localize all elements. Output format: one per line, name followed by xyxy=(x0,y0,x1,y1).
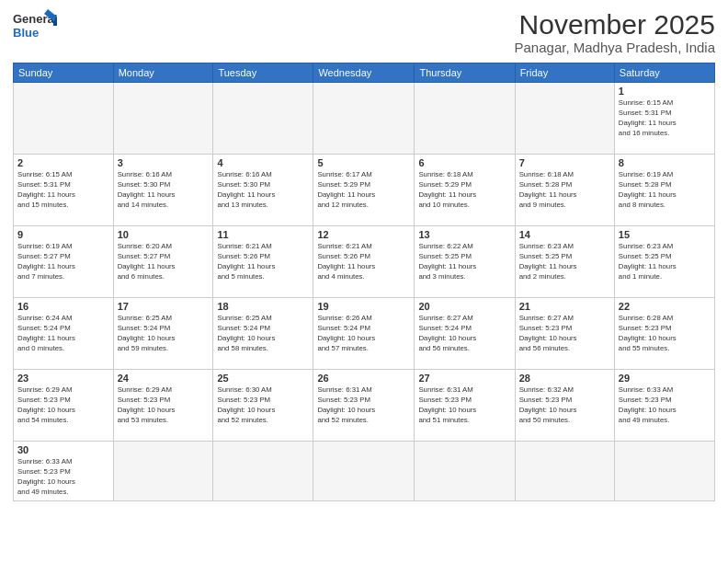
calendar-cell xyxy=(313,83,415,155)
calendar-cell: 14Sunrise: 6:23 AM Sunset: 5:25 PM Dayli… xyxy=(515,226,614,298)
day-number: 17 xyxy=(118,301,210,312)
day-info: Sunrise: 6:17 AM Sunset: 5:29 PM Dayligh… xyxy=(317,170,410,211)
weekday-header-tuesday: Tuesday xyxy=(213,63,313,83)
day-number: 10 xyxy=(118,229,210,240)
day-number: 15 xyxy=(619,229,711,240)
weekday-header-row: SundayMondayTuesdayWednesdayThursdayFrid… xyxy=(14,63,715,83)
calendar-subtitle: Panagar, Madhya Pradesh, India xyxy=(515,40,715,55)
day-number: 13 xyxy=(418,229,510,240)
calendar-cell: 6Sunrise: 6:18 AM Sunset: 5:29 PM Daylig… xyxy=(415,155,515,226)
day-number: 26 xyxy=(317,373,410,384)
day-info: Sunrise: 6:24 AM Sunset: 5:24 PM Dayligh… xyxy=(17,314,109,354)
calendar-cell: 25Sunrise: 6:30 AM Sunset: 5:23 PM Dayli… xyxy=(213,370,313,442)
day-number: 28 xyxy=(519,373,610,384)
week-row-1: 2Sunrise: 6:15 AM Sunset: 5:31 PM Daylig… xyxy=(14,155,715,226)
calendar-cell xyxy=(415,83,515,155)
calendar-cell xyxy=(213,442,313,501)
day-info: Sunrise: 6:28 AM Sunset: 5:23 PM Dayligh… xyxy=(619,314,711,354)
day-info: Sunrise: 6:32 AM Sunset: 5:23 PM Dayligh… xyxy=(519,385,610,426)
calendar-cell: 21Sunrise: 6:27 AM Sunset: 5:23 PM Dayli… xyxy=(515,298,614,370)
calendar-title: November 2025 xyxy=(515,9,715,40)
day-number: 1 xyxy=(619,86,711,97)
calendar-cell: 17Sunrise: 6:25 AM Sunset: 5:24 PM Dayli… xyxy=(113,298,213,370)
day-number: 11 xyxy=(217,229,309,240)
day-number: 23 xyxy=(17,373,109,384)
week-row-3: 16Sunrise: 6:24 AM Sunset: 5:24 PM Dayli… xyxy=(14,298,715,370)
day-number: 6 xyxy=(418,157,510,168)
calendar-cell xyxy=(614,442,714,501)
day-number: 29 xyxy=(619,373,711,384)
day-info: Sunrise: 6:31 AM Sunset: 5:23 PM Dayligh… xyxy=(317,385,410,426)
day-info: Sunrise: 6:33 AM Sunset: 5:23 PM Dayligh… xyxy=(17,457,109,498)
day-info: Sunrise: 6:21 AM Sunset: 5:26 PM Dayligh… xyxy=(217,242,309,282)
day-number: 24 xyxy=(118,373,210,384)
day-number: 18 xyxy=(217,301,309,312)
calendar-page: General Blue November 2025 Panagar, Madh… xyxy=(0,0,728,563)
day-info: Sunrise: 6:16 AM Sunset: 5:30 PM Dayligh… xyxy=(118,170,210,211)
weekday-header-sunday: Sunday xyxy=(14,63,114,83)
calendar-cell xyxy=(515,442,614,501)
title-block: November 2025 Panagar, Madhya Pradesh, I… xyxy=(515,9,715,55)
calendar-cell: 7Sunrise: 6:18 AM Sunset: 5:28 PM Daylig… xyxy=(515,155,614,226)
calendar-cell: 5Sunrise: 6:17 AM Sunset: 5:29 PM Daylig… xyxy=(313,155,415,226)
day-number: 21 xyxy=(519,301,610,312)
day-number: 14 xyxy=(519,229,610,240)
calendar-cell: 26Sunrise: 6:31 AM Sunset: 5:23 PM Dayli… xyxy=(313,370,415,442)
day-number: 12 xyxy=(317,229,410,240)
header: General Blue November 2025 Panagar, Madh… xyxy=(13,9,715,55)
calendar-cell xyxy=(113,442,213,501)
calendar-cell: 19Sunrise: 6:26 AM Sunset: 5:24 PM Dayli… xyxy=(313,298,415,370)
calendar-cell: 28Sunrise: 6:32 AM Sunset: 5:23 PM Dayli… xyxy=(515,370,614,442)
calendar-cell xyxy=(113,83,213,155)
day-info: Sunrise: 6:26 AM Sunset: 5:24 PM Dayligh… xyxy=(317,314,410,354)
weekday-header-friday: Friday xyxy=(515,63,614,83)
svg-text:Blue: Blue xyxy=(13,26,39,40)
calendar-cell: 29Sunrise: 6:33 AM Sunset: 5:23 PM Dayli… xyxy=(614,370,714,442)
logo: General Blue xyxy=(13,9,59,42)
day-info: Sunrise: 6:29 AM Sunset: 5:23 PM Dayligh… xyxy=(118,385,210,426)
day-number: 7 xyxy=(519,157,610,168)
calendar-cell: 1Sunrise: 6:15 AM Sunset: 5:31 PM Daylig… xyxy=(614,83,714,155)
calendar-cell xyxy=(213,83,313,155)
calendar-cell xyxy=(313,442,415,501)
day-info: Sunrise: 6:25 AM Sunset: 5:24 PM Dayligh… xyxy=(217,314,309,354)
day-number: 2 xyxy=(17,157,109,168)
day-info: Sunrise: 6:15 AM Sunset: 5:31 PM Dayligh… xyxy=(619,98,711,139)
weekday-header-saturday: Saturday xyxy=(614,63,714,83)
weekday-header-wednesday: Wednesday xyxy=(313,63,415,83)
calendar-cell: 20Sunrise: 6:27 AM Sunset: 5:24 PM Dayli… xyxy=(415,298,515,370)
day-number: 5 xyxy=(317,157,410,168)
day-info: Sunrise: 6:23 AM Sunset: 5:25 PM Dayligh… xyxy=(619,242,711,282)
calendar-cell: 10Sunrise: 6:20 AM Sunset: 5:27 PM Dayli… xyxy=(113,226,213,298)
calendar-cell: 22Sunrise: 6:28 AM Sunset: 5:23 PM Dayli… xyxy=(614,298,714,370)
calendar-cell: 18Sunrise: 6:25 AM Sunset: 5:24 PM Dayli… xyxy=(213,298,313,370)
day-number: 27 xyxy=(418,373,510,384)
day-info: Sunrise: 6:23 AM Sunset: 5:25 PM Dayligh… xyxy=(519,242,610,282)
week-row-4: 23Sunrise: 6:29 AM Sunset: 5:23 PM Dayli… xyxy=(14,370,715,442)
day-info: Sunrise: 6:20 AM Sunset: 5:27 PM Dayligh… xyxy=(118,242,210,282)
calendar-cell: 11Sunrise: 6:21 AM Sunset: 5:26 PM Dayli… xyxy=(213,226,313,298)
day-info: Sunrise: 6:16 AM Sunset: 5:30 PM Dayligh… xyxy=(217,170,309,211)
day-number: 20 xyxy=(418,301,510,312)
calendar-cell: 8Sunrise: 6:19 AM Sunset: 5:28 PM Daylig… xyxy=(614,155,714,226)
calendar-cell: 15Sunrise: 6:23 AM Sunset: 5:25 PM Dayli… xyxy=(614,226,714,298)
day-number: 19 xyxy=(317,301,410,312)
week-row-5: 30Sunrise: 6:33 AM Sunset: 5:23 PM Dayli… xyxy=(14,442,715,501)
weekday-header-monday: Monday xyxy=(113,63,213,83)
calendar-cell: 3Sunrise: 6:16 AM Sunset: 5:30 PM Daylig… xyxy=(113,155,213,226)
calendar-cell: 24Sunrise: 6:29 AM Sunset: 5:23 PM Dayli… xyxy=(113,370,213,442)
calendar-cell: 12Sunrise: 6:21 AM Sunset: 5:26 PM Dayli… xyxy=(313,226,415,298)
calendar-cell: 30Sunrise: 6:33 AM Sunset: 5:23 PM Dayli… xyxy=(14,442,114,501)
day-info: Sunrise: 6:15 AM Sunset: 5:31 PM Dayligh… xyxy=(17,170,109,211)
calendar-cell xyxy=(14,83,114,155)
day-info: Sunrise: 6:18 AM Sunset: 5:28 PM Dayligh… xyxy=(519,170,610,211)
calendar-cell: 27Sunrise: 6:31 AM Sunset: 5:23 PM Dayli… xyxy=(415,370,515,442)
day-number: 8 xyxy=(619,157,711,168)
day-number: 4 xyxy=(217,157,309,168)
calendar-cell xyxy=(415,442,515,501)
calendar-cell: 23Sunrise: 6:29 AM Sunset: 5:23 PM Dayli… xyxy=(14,370,114,442)
day-info: Sunrise: 6:33 AM Sunset: 5:23 PM Dayligh… xyxy=(619,385,711,426)
day-info: Sunrise: 6:31 AM Sunset: 5:23 PM Dayligh… xyxy=(418,385,510,426)
calendar-cell: 2Sunrise: 6:15 AM Sunset: 5:31 PM Daylig… xyxy=(14,155,114,226)
week-row-0: 1Sunrise: 6:15 AM Sunset: 5:31 PM Daylig… xyxy=(14,83,715,155)
